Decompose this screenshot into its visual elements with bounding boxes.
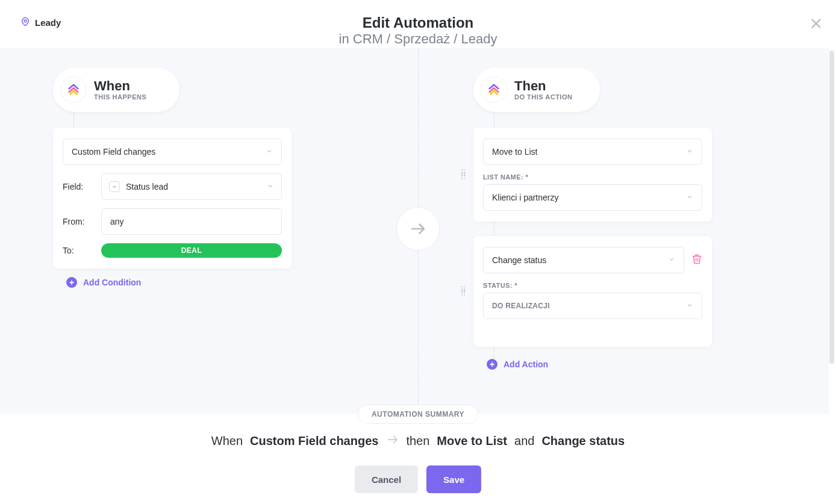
connector bbox=[494, 347, 494, 359]
modal-footer: AUTOMATION SUMMARY When Custom Field cha… bbox=[0, 414, 836, 504]
arrow-right-icon bbox=[385, 433, 399, 449]
save-button[interactable]: Save bbox=[426, 465, 481, 493]
drag-handle-icon[interactable]: ⠿⠿ bbox=[460, 288, 467, 295]
list-name-select[interactable]: Klienci i partnerzy bbox=[483, 184, 702, 211]
breadcrumb[interactable]: Leady bbox=[20, 17, 61, 28]
dropdown-field-icon bbox=[109, 181, 120, 192]
when-title: When bbox=[94, 79, 146, 93]
plus-circle-icon: + bbox=[487, 359, 498, 370]
field-label: Field: bbox=[63, 182, 92, 191]
chevron-down-icon bbox=[266, 147, 273, 157]
drag-handle-icon[interactable]: ⠿⠿ bbox=[460, 171, 467, 178]
action-param-label: STATUS: * bbox=[483, 282, 702, 289]
scrollbar[interactable] bbox=[829, 51, 834, 364]
add-condition-label: Add Condition bbox=[83, 278, 141, 287]
action-type-select[interactable]: Move to List bbox=[483, 138, 702, 165]
page-subtitle: in CRM / Sprzedaż / Leady bbox=[339, 31, 498, 47]
location-pin-icon bbox=[20, 17, 30, 28]
add-condition-button[interactable]: + Add Condition bbox=[53, 277, 292, 288]
then-column: Then DO THIS ACTION ⠿⠿ Move to List LIST… bbox=[473, 67, 712, 370]
flow-arrow-icon bbox=[396, 207, 440, 250]
from-value: any bbox=[110, 217, 124, 226]
page-title: Edit Automation bbox=[339, 14, 498, 31]
cancel-button[interactable]: Cancel bbox=[355, 465, 418, 493]
chevron-down-icon bbox=[668, 255, 675, 265]
summary-then-value1: Move to List bbox=[437, 434, 507, 448]
clickup-logo-icon bbox=[481, 76, 507, 103]
chevron-down-icon bbox=[686, 147, 693, 157]
footer-buttons: Cancel Save bbox=[355, 465, 481, 493]
modal-header: Leady Edit Automation in CRM / Sprzedaż … bbox=[0, 0, 836, 48]
to-value-pill[interactable]: DEAL bbox=[101, 243, 282, 258]
then-header-pill: Then DO THIS ACTION bbox=[473, 67, 600, 112]
trigger-type-value: Custom Field changes bbox=[72, 147, 155, 157]
action-type-select[interactable]: Change status bbox=[483, 247, 684, 273]
summary-and-word: and bbox=[514, 434, 534, 448]
breadcrumb-label: Leady bbox=[35, 17, 61, 28]
to-value: DEAL bbox=[181, 246, 202, 255]
action-type-value: Change status bbox=[492, 255, 546, 265]
close-button[interactable] bbox=[809, 17, 823, 33]
field-value: Status lead bbox=[126, 182, 168, 191]
connector bbox=[494, 112, 494, 128]
action-card-move-to-list: ⠿⠿ Move to List LIST NAME: * Klienci i p… bbox=[473, 128, 712, 222]
svg-point-0 bbox=[24, 20, 27, 22]
action-type-value: Move to List bbox=[492, 147, 537, 157]
automation-canvas: When THIS HAPPENS Custom Field changes F… bbox=[0, 48, 829, 414]
when-header-pill: When THIS HAPPENS bbox=[53, 67, 179, 112]
action-card-change-status: ⠿⠿ Change status STATUS: * DO REALIZACJI bbox=[473, 236, 712, 347]
plus-circle-icon: + bbox=[66, 277, 77, 288]
from-label: From: bbox=[63, 217, 92, 226]
field-select[interactable]: Status lead bbox=[101, 173, 282, 200]
action-param-label: LIST NAME: * bbox=[483, 173, 702, 181]
list-name-value: Klienci i partnerzy bbox=[492, 193, 559, 202]
from-value-input[interactable]: any bbox=[101, 208, 282, 235]
trigger-card: Custom Field changes Field: Status lead bbox=[53, 128, 292, 269]
summary-when-word: When bbox=[211, 434, 243, 448]
when-column: When THIS HAPPENS Custom Field changes F… bbox=[53, 67, 292, 288]
chevron-down-icon bbox=[686, 193, 693, 202]
add-action-label: Add Action bbox=[504, 359, 548, 369]
delete-action-button[interactable] bbox=[691, 254, 702, 267]
summary-when-value: Custom Field changes bbox=[250, 434, 378, 448]
connector bbox=[73, 112, 74, 128]
summary-label: AUTOMATION SUMMARY bbox=[358, 405, 478, 424]
title-block: Edit Automation in CRM / Sprzedaż / Lead… bbox=[339, 14, 498, 47]
then-subtitle: DO THIS ACTION bbox=[514, 93, 572, 101]
when-subtitle: THIS HAPPENS bbox=[94, 93, 146, 101]
to-label: To: bbox=[63, 246, 92, 255]
trigger-type-select[interactable]: Custom Field changes bbox=[63, 138, 282, 165]
add-action-button[interactable]: + Add Action bbox=[473, 359, 712, 370]
chevron-down-icon bbox=[686, 301, 693, 311]
summary-then-value2: Change status bbox=[541, 434, 625, 448]
then-title: Then bbox=[514, 79, 572, 93]
chevron-down-icon bbox=[267, 182, 274, 191]
summary-then-word: then bbox=[406, 434, 429, 448]
status-value: DO REALIZACJI bbox=[492, 302, 550, 310]
summary-text: When Custom Field changes then Move to L… bbox=[211, 433, 625, 449]
connector bbox=[494, 222, 494, 236]
clickup-logo-icon bbox=[60, 76, 87, 103]
status-select[interactable]: DO REALIZACJI bbox=[483, 293, 702, 319]
